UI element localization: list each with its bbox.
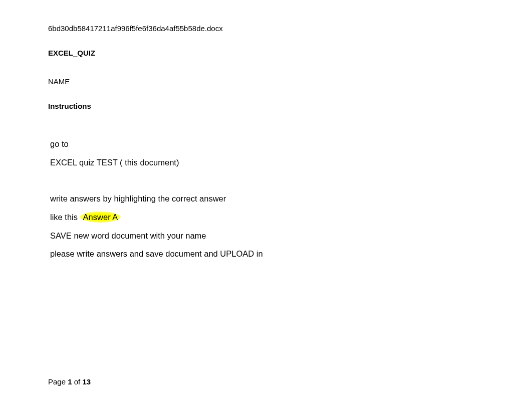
instructions-body: go to EXCEL quiz TEST ( this document) w… xyxy=(48,135,484,263)
instruction-line: SAVE new word document with your name xyxy=(50,227,484,245)
page-footer: Page 1 of 13 xyxy=(48,377,91,386)
document-title: EXCEL_QUIZ xyxy=(48,49,484,57)
instruction-text: like this xyxy=(50,213,80,222)
instructions-heading: Instructions xyxy=(48,102,484,110)
of-label: of xyxy=(72,377,83,386)
instruction-line: write answers by highlighting the correc… xyxy=(50,190,484,208)
instruction-line: please write answers and save document a… xyxy=(50,245,484,263)
name-field-label: NAME xyxy=(48,77,484,86)
document-page: 6bd30db58417211af996f5fe6f36da4af55b58de… xyxy=(0,0,532,263)
total-pages-number: 13 xyxy=(82,377,91,386)
page-label: Page xyxy=(48,377,68,386)
instruction-line: go to xyxy=(50,135,484,153)
blank-line xyxy=(50,172,484,190)
instruction-line: like this Answer A xyxy=(50,209,484,226)
instruction-line: EXCEL quiz TEST ( this document) xyxy=(50,154,484,171)
document-filename: 6bd30db58417211af996f5fe6f36da4af55b58de… xyxy=(48,24,484,33)
current-page-number: 1 xyxy=(68,377,72,386)
highlighted-answer-example: Answer A xyxy=(80,212,121,223)
